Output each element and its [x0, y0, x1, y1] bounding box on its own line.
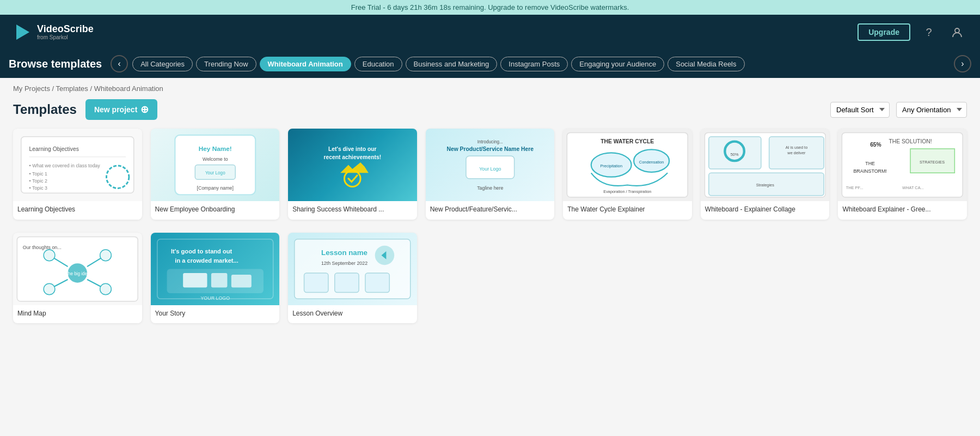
svg-text:Welcome to: Welcome to: [203, 156, 228, 162]
svg-rect-66: [231, 275, 251, 288]
account-button[interactable]: [947, 22, 967, 42]
svg-text:• What we covered in class tod: • What we covered in class today: [29, 163, 101, 168]
svg-marker-0: [16, 25, 29, 40]
template-card-2[interactable]: Hey Name! Welcome to Your Logo [Company …: [151, 129, 280, 220]
cat-btn-whiteboard[interactable]: Whiteboard Animation: [260, 57, 351, 71]
templates-title-area: Templates New project ⊕: [13, 99, 157, 120]
svg-text:The big idea: The big idea: [65, 271, 90, 276]
template-card-3[interactable]: Let's dive into our recent achievements!…: [288, 129, 417, 220]
svg-text:STRATEGIES: STRATEGIES: [920, 160, 945, 165]
template-label-9: Your Story: [151, 305, 280, 324]
template-label-8: Mind Map: [13, 305, 142, 324]
svg-text:WHAT CA...: WHAT CA...: [903, 185, 924, 190]
trial-banner: Free Trial - 6 days 21h 36m 18s remainin…: [0, 0, 980, 15]
cat-btn-education[interactable]: Education: [354, 57, 402, 71]
template-card-8[interactable]: Our thoughts on... The big idea Mind Map: [13, 233, 142, 324]
template-label-1: Learning Objectives: [13, 201, 142, 220]
svg-text:12th September 2022: 12th September 2022: [321, 261, 367, 266]
navbar: VideoScribe from Sparkol Upgrade ?: [0, 15, 980, 50]
cat-next-button[interactable]: ›: [954, 55, 971, 72]
svg-point-18: [345, 171, 361, 187]
svg-text:AI is used to: AI is used to: [785, 145, 807, 150]
logo-area: VideoScribe from Sparkol: [13, 22, 94, 42]
svg-text:Evaporation / Transpiration: Evaporation / Transpiration: [603, 189, 651, 194]
svg-text:we deliver: we deliver: [787, 150, 806, 155]
svg-rect-72: [304, 273, 328, 292]
templates-title: Templates: [13, 102, 77, 117]
logo-sub: from Sparkol: [37, 34, 94, 40]
svg-text:• Topic 2: • Topic 2: [29, 178, 48, 184]
svg-text:50%: 50%: [731, 152, 739, 157]
template-card-4[interactable]: Introducing... New Product/Service Name …: [426, 129, 555, 220]
svg-text:Our thoughts on...: Our thoughts on...: [23, 244, 62, 250]
svg-text:THE SOLUTION!: THE SOLUTION!: [889, 138, 932, 144]
template-label-5: The Water Cycle Explainer: [563, 201, 692, 220]
templates-grid-row1: Learning Objectives • What we covered in…: [0, 129, 980, 233]
svg-text:New Product/Service Name Here: New Product/Service Name Here: [446, 146, 534, 152]
svg-text:THE WATER CYCLE: THE WATER CYCLE: [601, 138, 654, 144]
svg-point-57: [100, 250, 112, 261]
template-card-1[interactable]: Learning Objectives • What we covered in…: [13, 129, 142, 220]
templates-grid-row2: Our thoughts on... The big idea Mind Map…: [0, 233, 980, 337]
svg-text:[Company name]: [Company name]: [197, 185, 233, 191]
svg-text:Strategies: Strategies: [756, 183, 775, 187]
svg-text:Hey Name!: Hey Name!: [198, 145, 231, 153]
svg-text:65%: 65%: [871, 142, 882, 148]
template-label-4: New Product/Feature/Servic...: [426, 201, 555, 220]
upgrade-button[interactable]: Upgrade: [857, 23, 910, 41]
svg-text:Lesson name: Lesson name: [321, 249, 367, 257]
new-project-button[interactable]: New project ⊕: [85, 99, 157, 120]
help-button[interactable]: ?: [919, 22, 939, 42]
svg-text:recent achievements!: recent achievements!: [324, 154, 382, 160]
svg-point-59: [100, 283, 112, 295]
svg-text:• Topic 1: • Topic 1: [29, 171, 48, 177]
cat-btn-instagram[interactable]: Instagram Posts: [500, 57, 568, 71]
cat-btn-engaging[interactable]: Engaging your Audience: [571, 57, 664, 71]
svg-text:• Topic 3: • Topic 3: [29, 185, 48, 191]
sort-select[interactable]: Default Sort: [830, 102, 890, 118]
template-label-6: Whiteboard - Explainer Collage: [701, 201, 830, 220]
breadcrumb-current: Whiteboard Animation: [94, 84, 163, 93]
template-card-10[interactable]: Lesson name 12th September 2022 Lesson O…: [288, 233, 417, 324]
cat-btn-business[interactable]: Business and Marketing: [406, 57, 498, 71]
breadcrumb-my-projects[interactable]: My Projects: [13, 84, 50, 93]
svg-text:Precipitation: Precipitation: [601, 164, 623, 168]
sort-area: Default Sort Any Orientation: [830, 102, 967, 118]
categories-list: All CategoriesTrending NowWhiteboard Ani…: [132, 57, 950, 71]
breadcrumb-templates[interactable]: Templates: [56, 84, 88, 93]
logo-text: VideoScribe: [37, 23, 94, 34]
orientation-select[interactable]: Any Orientation: [896, 102, 967, 118]
svg-point-56: [44, 250, 55, 261]
svg-point-1: [955, 28, 959, 33]
logo-icon: [13, 22, 33, 42]
nav-actions: Upgrade ?: [857, 22, 967, 42]
svg-rect-64: [183, 273, 207, 288]
template-card-6[interactable]: 50% AI is used to we deliver Strategies …: [701, 129, 830, 220]
cat-prev-button[interactable]: ‹: [111, 55, 128, 72]
svg-text:Condensation: Condensation: [639, 160, 664, 165]
template-label-2: New Employee Onboarding: [151, 201, 280, 220]
template-label-7: Whiteboard Explainer - Gree...: [838, 201, 967, 220]
svg-text:It's good to stand out: It's good to stand out: [171, 248, 232, 255]
svg-text:Your Logo: Your Logo: [205, 171, 225, 175]
svg-rect-73: [335, 273, 359, 292]
categories-bar: Browse templates ‹ All CategoriesTrendin…: [0, 50, 980, 78]
svg-rect-65: [211, 273, 227, 288]
template-card-7[interactable]: 65% THE SOLUTION! STRATEGIES THE BRAINST…: [838, 129, 967, 220]
banner-text: Free Trial - 6 days 21h 36m 18s remainin…: [351, 3, 629, 11]
svg-text:Introducing...: Introducing...: [477, 140, 503, 144]
breadcrumb: My Projects / Templates / Whiteboard Ani…: [0, 78, 980, 97]
svg-text:in a crowded market...: in a crowded market...: [175, 257, 238, 263]
cat-btn-all[interactable]: All Categories: [132, 57, 193, 71]
svg-text:Your Logo: Your Logo: [479, 166, 501, 172]
templates-header: Templates New project ⊕ Default Sort Any…: [0, 97, 980, 129]
svg-text:YOUR LOGO: YOUR LOGO: [200, 295, 230, 300]
template-label-10: Lesson Overview: [288, 305, 417, 324]
svg-text:Learning Objectives: Learning Objectives: [29, 146, 79, 152]
cat-btn-social[interactable]: Social Media Reels: [667, 57, 744, 71]
template-card-5[interactable]: THE WATER CYCLE Precipitation Condensati…: [563, 129, 692, 220]
template-card-9[interactable]: It's good to stand out in a crowded mark…: [151, 233, 280, 324]
svg-point-58: [44, 283, 55, 295]
svg-rect-74: [365, 273, 389, 292]
cat-btn-trending[interactable]: Trending Now: [196, 57, 256, 71]
